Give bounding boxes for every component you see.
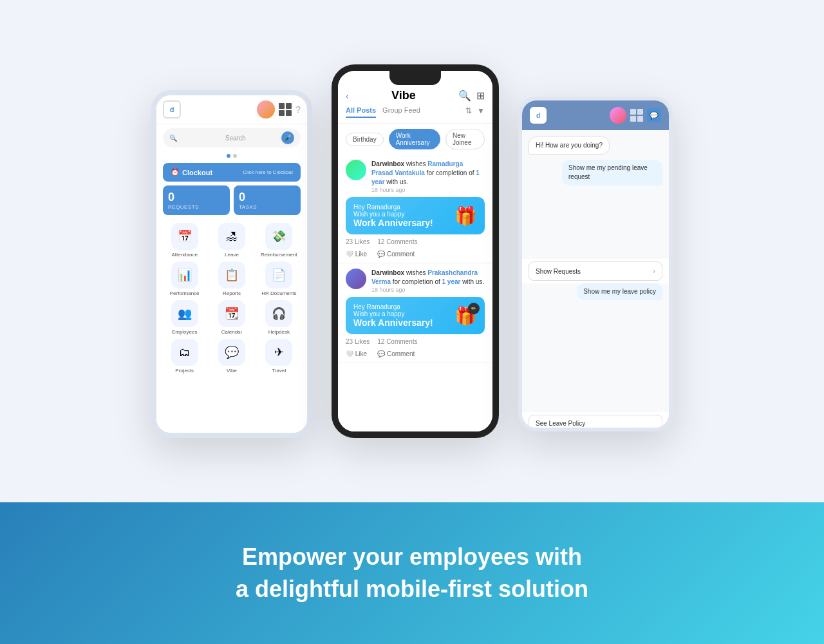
- chip-birthday[interactable]: Birthday: [346, 133, 384, 146]
- comment-button-1[interactable]: 💬 Comment: [377, 251, 415, 258]
- comments-count-1: 12 Comments: [377, 238, 417, 245]
- post-avatar-1: [346, 160, 366, 180]
- arrow-icon: ›: [653, 267, 655, 276]
- chat-icon: 💬: [647, 108, 661, 122]
- phone-center: ‹ Vibe 🔍 ⊞ All Posts Group Feed ⇅ ▼ Birt…: [332, 64, 499, 438]
- tab-all-posts[interactable]: All Posts: [346, 106, 376, 118]
- clockout-action[interactable]: Click here to Clockout: [243, 169, 293, 175]
- comments-count-2: 12 Comments: [377, 338, 417, 345]
- search-icon: 🔍: [169, 135, 221, 142]
- post-text-2: Darwinbox wishes Prakashchandra Verma fo…: [371, 269, 485, 287]
- sort-icon[interactable]: ⇅: [465, 106, 472, 118]
- clockout-bar[interactable]: ⏰ Clockout Click here to Clockout: [163, 163, 301, 182]
- grid-reports[interactable]: 📋 Reports: [210, 261, 253, 296]
- ann-greeting-2: Hey Ramadurga: [353, 303, 433, 310]
- post-card-2: Darwinbox wishes Prakashchandra Verma fo…: [338, 263, 492, 363]
- chip-work-anniversary[interactable]: Work Anniversary: [389, 129, 440, 149]
- travel-icon: ✈: [265, 339, 292, 366]
- grid-vibe[interactable]: 💬 Vibe: [210, 339, 253, 374]
- stats-row: 0 REQUESTS 0 TASKS: [163, 185, 301, 215]
- post-text-1: Darwinbox wishes Ramadurga Prasad Vantak…: [371, 160, 485, 187]
- anniversary-card-2: Hey Ramadurga Wish you a happy Work Anni…: [346, 297, 485, 334]
- see-leave-policy-label: See Leave Policy: [536, 420, 585, 427]
- chip-new-joinee[interactable]: New Joinee: [445, 129, 485, 149]
- chat-msg-bot-1: Hi! How are you doing?: [529, 137, 662, 155]
- reports-icon: 📋: [218, 261, 245, 289]
- post-actions-2: 23 Likes 12 Comments: [346, 338, 485, 345]
- grid-icon[interactable]: ⊞: [476, 90, 485, 102]
- headline-line1: Empower your employees with: [242, 544, 582, 571]
- right-phone-header: d 💬: [522, 100, 669, 130]
- phone-left: d ? 🔍 Search 🎤: [151, 90, 312, 438]
- bottom-section: Empower your employees with a delightful…: [0, 502, 824, 644]
- vibe-title: Vibe: [391, 89, 416, 102]
- chat-area: Hi! How are you doing? Show me my pendin…: [522, 130, 669, 259]
- grid-hr-documents[interactable]: 📄 HR Documents: [258, 261, 301, 296]
- top-section: d ? 🔍 Search 🎤: [0, 0, 824, 502]
- comment-button-2[interactable]: 💬 Comment: [377, 350, 415, 357]
- clockout-label: ⏰ Clockout: [171, 168, 212, 176]
- ann-emoji-2: 🎁 ✏: [454, 305, 477, 327]
- grid-travel[interactable]: ✈ Travel: [258, 339, 301, 374]
- avatar: [257, 100, 275, 118]
- vibe-tabs: All Posts Group Feed ⇅ ▼: [338, 106, 492, 124]
- ann-big-1: Work Anniversary!: [353, 218, 433, 228]
- grid-helpdesk[interactable]: 🎧 Helpdesk: [258, 300, 301, 335]
- post-actions-1: 23 Likes 12 Comments: [346, 238, 485, 245]
- app-grid: 📅 Attendance 🏖 Leave 💸 Reimbursement 📊 P…: [156, 219, 307, 377]
- projects-icon: 🗂: [171, 339, 198, 366]
- hr-documents-icon: 📄: [265, 261, 292, 289]
- left-logo: d: [163, 100, 181, 118]
- tab-group-feed[interactable]: Group Feed: [382, 106, 420, 118]
- back-button[interactable]: ‹: [346, 91, 349, 101]
- phone-right: d 💬 Hi! How are you d: [518, 97, 673, 431]
- chat-area-2: Show me my leave policy: [522, 283, 669, 412]
- grid-projects[interactable]: 🗂 Projects: [163, 339, 206, 374]
- chat-msg-user-2: Show me my leave policy: [529, 283, 662, 300]
- likes-count-1: 23 Likes: [346, 238, 370, 245]
- employees-icon: 👥: [171, 300, 198, 327]
- grid-attendance[interactable]: 📅 Attendance: [163, 223, 206, 258]
- post-avatar-2: [346, 269, 366, 289]
- likes-count-2: 23 Likes: [346, 338, 370, 345]
- mic-button[interactable]: 🎤: [281, 131, 294, 144]
- show-requests-label: Show Requests: [536, 268, 581, 275]
- notch: [389, 71, 441, 85]
- ann-wish-1: Wish you a happy: [353, 211, 433, 218]
- attendance-icon: 📅: [171, 223, 198, 250]
- grid-performance[interactable]: 📊 Performance: [163, 261, 206, 296]
- anniversary-card-1: Hey Ramadurga Wish you a happy Work Anni…: [346, 197, 485, 234]
- search-bar[interactable]: 🔍 Search 🎤: [163, 128, 301, 147]
- action-row-1: 🤍 Like 💬 Comment: [346, 248, 485, 258]
- user-bubble-2: Show me my leave policy: [577, 283, 662, 300]
- like-button-2[interactable]: 🤍 Like: [346, 350, 367, 357]
- filter-icon[interactable]: ▼: [477, 106, 485, 118]
- grid-leave[interactable]: 🏖 Leave: [210, 223, 253, 258]
- ann-wish-2: Wish you a happy: [353, 310, 433, 317]
- leave-icon: 🏖: [218, 223, 245, 250]
- qr-icon-right: [630, 109, 643, 122]
- like-button-1[interactable]: 🤍 Like: [346, 251, 367, 258]
- bot-bubble-1: Hi! How are you doing?: [529, 137, 610, 155]
- grid-reimbursement[interactable]: 💸 Reimbursement: [258, 223, 301, 258]
- search-icon[interactable]: 🔍: [458, 90, 471, 102]
- grid-employees[interactable]: 👥 Employees: [163, 300, 206, 335]
- see-leave-policy-button[interactable]: See Leave Policy: [529, 415, 662, 428]
- filter-chips-row: Birthday Work Anniversary New Joinee: [338, 124, 492, 155]
- ann-emoji-1: 🎁: [454, 205, 477, 227]
- vibe-icon: 💬: [218, 339, 245, 366]
- show-requests-button[interactable]: Show Requests ›: [529, 261, 662, 281]
- dots-indicator: [156, 151, 307, 160]
- post-card-1: Darwinbox wishes Ramadurga Prasad Vantak…: [338, 155, 492, 263]
- ann-greeting-1: Hey Ramadurga: [353, 204, 433, 211]
- grid-calendar[interactable]: 📆 Calendar: [210, 300, 253, 335]
- action-row-2: 🤍 Like 💬 Comment: [346, 348, 485, 357]
- left-phone-header: d ?: [156, 95, 307, 124]
- requests-stat: 0 REQUESTS: [163, 185, 230, 215]
- tasks-stat: 0 TASKS: [234, 185, 301, 215]
- reimbursement-icon: 💸: [265, 223, 292, 250]
- avatar: [610, 107, 626, 124]
- right-header-icons: 💬: [610, 107, 661, 124]
- left-header-icons: ?: [257, 100, 301, 118]
- post-time-1: 18 hours ago: [371, 187, 485, 193]
